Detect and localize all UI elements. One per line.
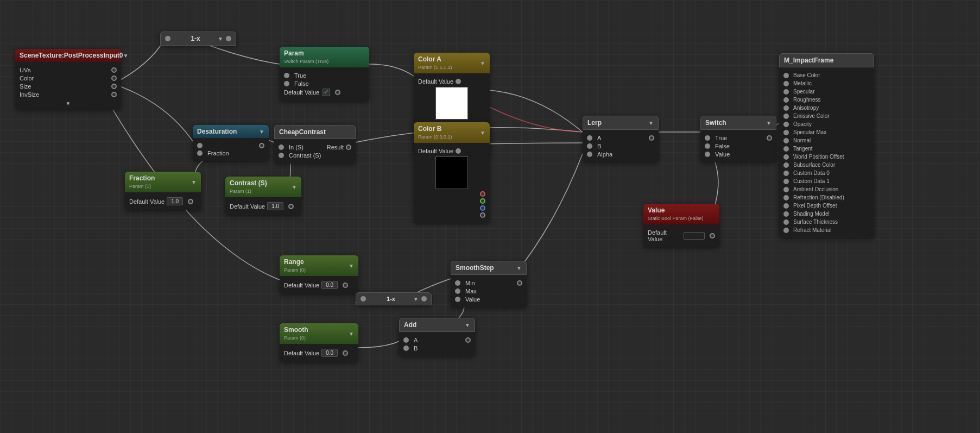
- node-add-title: Add: [404, 321, 465, 329]
- ss-max-pin: [455, 288, 460, 294]
- node-param-switch[interactable]: Param Switch Param (True) True False Def…: [280, 47, 369, 101]
- lerp-a-label: A: [597, 135, 646, 141]
- lerp-a-pin: [587, 135, 592, 141]
- node-m-impact-header: M_ImpactFrame: [779, 53, 874, 67]
- node-scene-texture-expand[interactable]: ▼: [66, 101, 71, 106]
- m-impact-refraction-pin: [783, 195, 789, 200]
- param-switch-checkbox[interactable]: [323, 89, 330, 96]
- m-impact-ao-label: Ambient Occlusion: [793, 186, 838, 192]
- node-switch-title: Switch: [705, 119, 766, 127]
- node-smooth-step-header: SmoothStep ▼: [451, 261, 527, 275]
- m-impact-subsurface-pin: [783, 162, 789, 168]
- m-impact-custom0-pin: [783, 171, 789, 176]
- ss-min-row: Min: [455, 280, 522, 286]
- param-switch-default-row: Default Value: [284, 89, 365, 96]
- m-impact-opacity-label: Opacity: [793, 121, 812, 127]
- node-1x-bottom-chevron[interactable]: ▼: [413, 296, 419, 302]
- node-smooth[interactable]: Smooth Param (0) ▼ Default Value 0.0: [280, 323, 358, 362]
- node-contrast-s-chevron[interactable]: ▼: [292, 184, 297, 190]
- node-fraction[interactable]: Fraction Param (1) ▼ Default Value 1.0: [125, 172, 201, 210]
- value-default-row: Default Value: [648, 229, 715, 242]
- m-impact-pdo: Pixel Depth Offset: [783, 202, 870, 209]
- node-cheap-contrast[interactable]: CheapContrast In (S) Result Contrast (S): [274, 125, 356, 164]
- node-m-impact[interactable]: M_ImpactFrame Base Color Metallic Specul…: [779, 53, 874, 238]
- add-a-label: A: [414, 337, 463, 343]
- node-contrast-s[interactable]: Contrast (S) Param (1) ▼ Default Value 1…: [225, 177, 301, 215]
- node-desaturation-chevron[interactable]: ▼: [259, 129, 264, 135]
- node-color-b-chevron[interactable]: ▼: [480, 130, 485, 136]
- value-box[interactable]: [684, 232, 705, 240]
- node-smooth-chevron[interactable]: ▼: [349, 331, 354, 337]
- cc-contrast-pin: [279, 153, 284, 158]
- node-switch-header: Switch ▼: [700, 116, 776, 130]
- node-1x-bottom-header: 1-x ▼: [356, 292, 432, 305]
- m-impact-refraction-label: Refraction (Disabled): [793, 194, 844, 200]
- fraction-value[interactable]: 1.0: [167, 197, 183, 205]
- node-1x-top[interactable]: 1-x ▼: [160, 32, 236, 46]
- desat-fraction-pin: [197, 150, 203, 156]
- node-color-a-header: Color A Param (1,1,1,1) ▼: [414, 53, 490, 73]
- m-impact-normal-pin: [783, 138, 789, 143]
- uvs-pin: [111, 67, 117, 73]
- desat-in-pin: [197, 143, 203, 148]
- cc-in-pin: [279, 145, 284, 150]
- 1x-bottom-output-pin: [421, 296, 427, 302]
- m-impact-specmax-label: Specular Max: [793, 129, 826, 135]
- m-impact-wpo: World Position Offset: [783, 153, 870, 160]
- node-color-a-chevron[interactable]: ▼: [480, 60, 485, 66]
- m-impact-emissive-label: Emissive Color: [793, 113, 830, 119]
- node-output-uvs: UVs: [20, 67, 117, 73]
- node-scene-texture[interactable]: SceneTexture:PostProcessInput0 ▼ UVs Col…: [15, 49, 121, 110]
- node-range[interactable]: Range Param (0) ▼ Default Value 0.0: [280, 255, 358, 294]
- cc-in-row: In (S) Result: [279, 144, 351, 150]
- node-value-title: Value Static Bool Param (False): [648, 206, 715, 222]
- smooth-value[interactable]: 0.0: [321, 349, 338, 357]
- lerp-b-label: B: [597, 143, 601, 149]
- lerp-alpha-row: Alpha: [587, 151, 654, 158]
- m-impact-custom1: Custom Data 1: [783, 178, 870, 185]
- contrast-s-value[interactable]: 1.0: [267, 202, 283, 210]
- node-color-b[interactable]: Color B Param (0,0,0,1) ▼ Default Value: [414, 122, 490, 223]
- node-lerp-header: Lerp ▼: [583, 116, 659, 130]
- add-b-row: B: [403, 345, 471, 352]
- smooth-default-label: Default Value: [284, 350, 319, 356]
- switch-true-pin: [705, 135, 710, 141]
- node-range-chevron[interactable]: ▼: [349, 263, 354, 269]
- ss-value-pin: [455, 297, 460, 302]
- node-add-chevron[interactable]: ▼: [465, 322, 470, 328]
- node-smooth-step-chevron[interactable]: ▼: [516, 265, 522, 271]
- m-impact-wpo-label: World Position Offset: [793, 154, 844, 160]
- node-desaturation-title: Desaturation: [197, 128, 259, 135]
- value-default-label: Default Value: [648, 229, 681, 242]
- m-impact-emissive-pin: [783, 114, 789, 119]
- 1x-top-input-pin: [165, 36, 170, 41]
- node-1x-top-chevron[interactable]: ▼: [218, 36, 223, 42]
- color-pin: [111, 76, 117, 81]
- node-lerp-title: Lerp: [587, 119, 648, 127]
- node-output-invsize: InvSize: [20, 91, 117, 98]
- node-desaturation[interactable]: Desaturation ▼ Fraction: [193, 125, 269, 161]
- node-lerp-body: A B Alpha: [583, 130, 659, 162]
- node-switch-chevron[interactable]: ▼: [766, 120, 772, 126]
- m-impact-metallic-pin: [783, 81, 789, 86]
- node-fraction-chevron[interactable]: ▼: [191, 179, 197, 185]
- color-b-default-row: Default Value: [418, 148, 485, 154]
- switch-false-row: False: [705, 143, 772, 149]
- node-1x-bottom[interactable]: 1-x ▼: [356, 292, 432, 305]
- node-value[interactable]: Value Static Bool Param (False) Default …: [643, 204, 719, 247]
- node-scene-texture-chevron[interactable]: ▼: [123, 53, 129, 59]
- node-lerp[interactable]: Lerp ▼ A B Alpha: [583, 116, 659, 162]
- desat-fraction-label: Fraction: [207, 150, 229, 156]
- m-impact-subsurface: Subsurface Color: [783, 161, 870, 168]
- range-value[interactable]: 0.0: [321, 281, 338, 289]
- add-b-label: B: [414, 345, 418, 352]
- node-smooth-step[interactable]: SmoothStep ▼ Min Max Value: [451, 261, 527, 308]
- cc-contrast-label: Contrast (S): [289, 152, 321, 159]
- node-add[interactable]: Add ▼ A B: [399, 318, 475, 356]
- node-switch[interactable]: Switch ▼ True False Value: [700, 116, 776, 162]
- lerp-a-row: A: [587, 135, 654, 141]
- color-b-r-pin: [480, 191, 485, 197]
- node-smooth-step-body: Min Max Value: [451, 275, 527, 308]
- node-lerp-chevron[interactable]: ▼: [648, 120, 654, 126]
- m-impact-refract-label: Refract Material: [793, 227, 832, 233]
